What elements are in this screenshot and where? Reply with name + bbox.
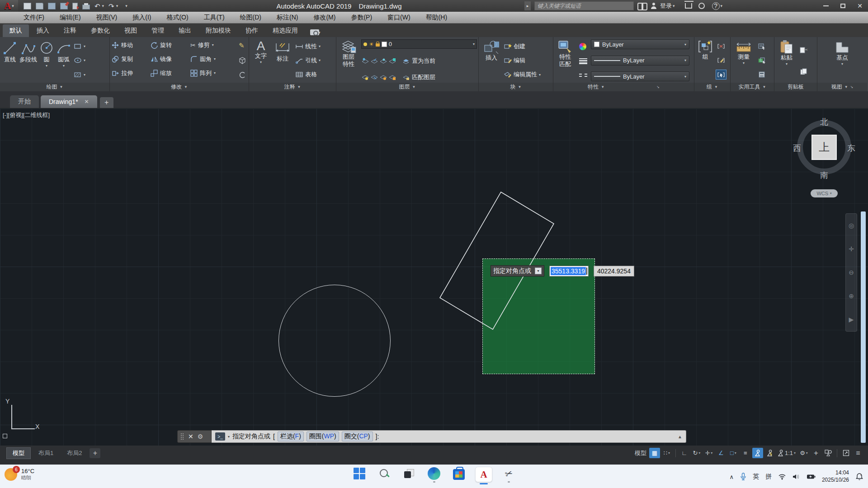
trim-tool[interactable]: ✂修剪▾ [190, 41, 236, 49]
panel-launcher-icon[interactable]: ↘ [850, 85, 854, 89]
layer-properties-tool[interactable]: 图层 特性 [338, 38, 359, 83]
line-tool[interactable]: 直线 [1, 38, 19, 83]
explode-tool[interactable] [239, 57, 246, 64]
hidden-icons-chevron[interactable]: ∧ [729, 474, 734, 480]
workspace-switch-button[interactable]: ⚙▾ [798, 448, 809, 458]
panel-launcher-icon[interactable]: ↘ [656, 85, 660, 89]
search-button[interactable] [376, 467, 393, 487]
base-view-tool[interactable]: 基点 ▾ [830, 38, 855, 83]
text-tool[interactable]: A 文字 ▾ [250, 38, 271, 83]
scale-tool[interactable]: 缩放 [151, 69, 190, 77]
orbit-icon[interactable]: ⊕ [849, 292, 854, 300]
arc-tool[interactable]: 圆弧 ▾ [55, 38, 72, 83]
object-color-dropdown[interactable]: ByLayer ▾ [591, 39, 689, 49]
lineweight-toggle[interactable]: ≡ [740, 448, 751, 458]
sign-in-dropdown-icon[interactable]: ▾ [673, 4, 675, 8]
paste-tool[interactable]: 粘贴 ▾ [776, 38, 797, 83]
menu-help[interactable]: 帮助(H) [426, 14, 447, 22]
mobile-transfer-icon[interactable] [72, 3, 78, 9]
isodraft-toggle[interactable]: ✛▾ [703, 448, 714, 458]
drawing-canvas[interactable]: [-][俯视][二维线框] 指定对角点或 ▾ 35513.3319 40224.… [0, 108, 868, 446]
lineweight-list-icon[interactable] [579, 57, 587, 65]
panel-label-block[interactable]: 块▼ [479, 83, 553, 91]
set-current-layer-tool[interactable]: 置为当前 [403, 57, 435, 65]
option-fence-button[interactable]: 栏选(F) [278, 432, 304, 441]
table-tool[interactable]: 表格 [295, 70, 333, 79]
stretch-tool[interactable]: 拉伸 [112, 69, 151, 77]
ribbon-tab-view[interactable]: 视图 [118, 24, 144, 37]
layer-state-icons[interactable] [361, 57, 399, 65]
dynamic-input-x-field[interactable]: 35513.3319 [549, 266, 589, 277]
vertical-scrollbar[interactable] [861, 211, 866, 443]
ribbon-display-toggle[interactable]: ▾ [310, 29, 321, 35]
undo-icon[interactable]: ↶ [94, 3, 100, 9]
ime-mode-indicator[interactable]: 拼 [765, 473, 772, 481]
join-tool[interactable] [239, 72, 246, 78]
open-file-icon[interactable] [36, 3, 43, 9]
viewcube-top-face[interactable]: 上 [811, 135, 837, 160]
wifi-icon[interactable] [778, 474, 786, 480]
command-history-up-icon[interactable]: ▲ [678, 434, 682, 439]
grid-toggle[interactable]: ▦ [649, 448, 660, 458]
rotate-tool[interactable]: 旋转 [151, 41, 190, 49]
clean-screen-button[interactable] [840, 448, 851, 458]
edit-block-tool[interactable]: 编辑 [504, 56, 550, 65]
pan-icon[interactable]: ✛ [849, 245, 854, 253]
file-tab-drawing1[interactable]: Drawing1* ✕ [41, 95, 97, 108]
panel-label-groups[interactable]: 组▼ [694, 83, 730, 91]
new-file-icon[interactable] [24, 3, 31, 9]
polar-tracking-toggle[interactable]: ↻▾ [691, 448, 702, 458]
close-button[interactable]: ✕ [857, 2, 863, 9]
snipping-tool-button[interactable]: ✂ [500, 467, 517, 487]
save-as-icon[interactable] [60, 3, 68, 9]
viewcube-west[interactable]: 西 [793, 143, 801, 154]
hatch-tool[interactable]: ▾ [74, 72, 85, 78]
ribbon-tab-addins[interactable]: 附加模块 [199, 24, 238, 37]
leader-tool[interactable]: 引线▾ [295, 56, 333, 65]
viewcube-south[interactable]: 南 [820, 170, 828, 181]
insert-block-tool[interactable]: 插入 [480, 38, 503, 83]
panel-label-view[interactable]: 视图▼ ↘ [817, 83, 867, 91]
chevron-down-icon[interactable]: ▾ [228, 435, 230, 439]
customize-wrench-icon[interactable]: ⚙ [198, 433, 203, 440]
dynamic-input-y-field[interactable]: 40224.9254 [594, 266, 634, 277]
linetype-list-icon[interactable] [579, 72, 587, 78]
quick-calc-tool[interactable] [757, 70, 767, 79]
hardware-acceleration-button[interactable]: ≡ [853, 448, 863, 458]
clock[interactable]: 14:04 2025/10/26 [822, 469, 849, 483]
command-line-handle[interactable]: ✕ ⚙ [177, 430, 212, 443]
linetype-dropdown[interactable]: ByLayer ▾ [591, 71, 689, 81]
edge-button[interactable] [425, 467, 443, 487]
redo-icon[interactable]: ↷ [108, 3, 114, 9]
mirror-tool[interactable]: 镜像 [151, 55, 190, 63]
ime-language-indicator[interactable]: 英 [753, 473, 759, 481]
panel-label-clipboard[interactable]: 剪贴板 [774, 83, 817, 91]
minimize-button[interactable] [823, 5, 829, 6]
battery-icon[interactable] [807, 474, 816, 479]
command-input-area[interactable]: >_ ▾ 指定对角点或 [ 栏选(F) 圈围(WP) 圈交(CP) ]: ▲ [212, 430, 686, 443]
panel-label-draw[interactable]: 绘图▼ [0, 83, 109, 91]
ribbon-tab-featured[interactable]: 精选应用 [266, 24, 305, 37]
app-store-cart-icon[interactable] [685, 3, 692, 9]
edit-attributes-tool[interactable]: 编辑属性▾ [504, 70, 550, 79]
option-cpolygon-button[interactable]: 圈交(CP) [342, 432, 373, 441]
ortho-toggle[interactable]: ∟ [679, 448, 690, 458]
plot-icon[interactable] [82, 5, 90, 9]
panel-label-annotation[interactable]: 注释▼ [249, 83, 336, 91]
task-view-button[interactable] [401, 467, 418, 487]
store-button[interactable] [450, 467, 467, 487]
command-close-icon[interactable]: ✕ [188, 433, 193, 440]
fillet-tool[interactable]: 圆角▾ [190, 55, 236, 63]
annotation-visibility-toggle[interactable] [752, 448, 763, 458]
panel-label-modify[interactable]: 修改▼ [110, 83, 249, 91]
app-menu-button[interactable]: A ▾ [0, 0, 18, 12]
osnap-tracking-toggle[interactable]: ∠ [716, 448, 726, 458]
ribbon-tab-manage[interactable]: 管理 [145, 24, 171, 37]
notification-bell-icon[interactable]: z [855, 473, 863, 481]
ellipse-tool[interactable]: ▾ [74, 57, 85, 63]
wcs-menu[interactable]: WCS ▾ [811, 189, 838, 197]
snap-toggle[interactable]: ∷▾ [661, 448, 672, 458]
save-icon[interactable] [48, 3, 56, 9]
search-input[interactable] [534, 1, 634, 10]
viewport-contro[interactable]: [-][俯视][二维线框] [3, 111, 50, 119]
